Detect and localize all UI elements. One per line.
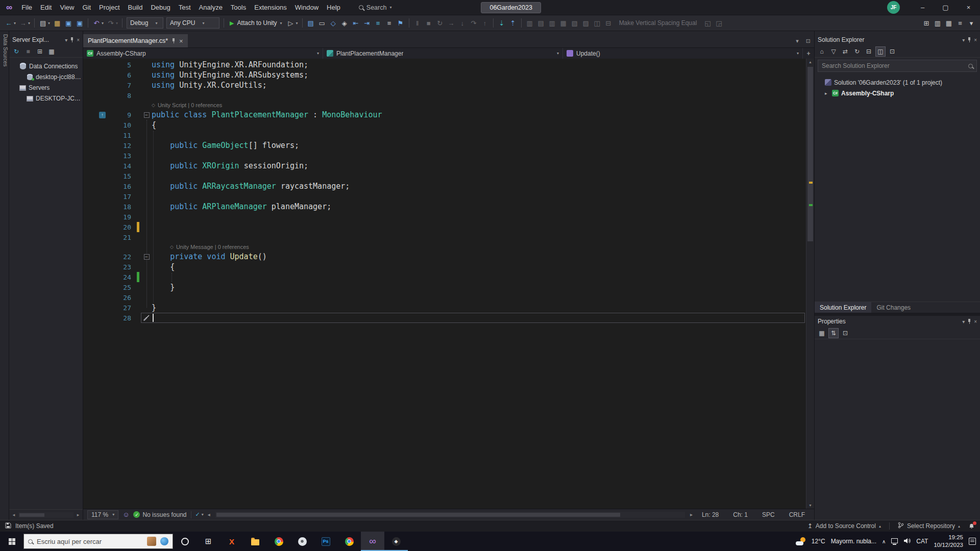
save-all-button[interactable]: ▣ [74, 17, 85, 29]
chrome-button[interactable] [267, 532, 290, 551]
toolbar-options-button[interactable]: ▾ [966, 17, 977, 29]
close-panel-button[interactable]: × [974, 37, 977, 43]
quick-search[interactable]: Search ▾ [359, 4, 392, 11]
line-indicator[interactable]: Ln: 28 [697, 511, 724, 518]
menu-debug[interactable]: Debug [146, 0, 174, 15]
breadcrumb-member[interactable]: Update() ▾ [563, 48, 803, 59]
code-text[interactable]: } [152, 282, 806, 292]
screwdriver-icon[interactable] [143, 314, 150, 321]
start-without-debugging-button[interactable]: ▷▾ [285, 17, 300, 29]
show-all-files-icon[interactable]: ◫ [875, 46, 886, 57]
network-icon[interactable] [891, 538, 898, 543]
tree-item-desktop-jccl880-gest[interactable]: desktop-jccl880.Gest... [9, 71, 83, 82]
code-text[interactable] [152, 292, 806, 303]
float-window-button[interactable]: ⊡ [802, 38, 814, 44]
close-button[interactable]: × [957, 0, 980, 15]
visual-studio-button[interactable]: ∞ [361, 532, 384, 551]
feedback-icon[interactable]: ☺ [122, 511, 129, 518]
scroll-right-button[interactable]: ▸ [75, 512, 82, 517]
script-marker-icon[interactable]: ↑ [99, 112, 106, 118]
column-indicator[interactable]: Ch: 1 [728, 511, 753, 518]
breadcrumb-type[interactable]: PlantPlacementManager ▾ [323, 48, 563, 59]
alphabetical-icon[interactable]: ⇅ [828, 328, 839, 338]
connect-to-server-icon[interactable]: ▦ [46, 46, 57, 57]
sync-with-active-document-icon[interactable]: ⇄ [840, 46, 850, 57]
select-repository-button[interactable]: Select Repository ▴ [898, 522, 960, 530]
codelens-text[interactable]: ◇Unity Script | 0 references [152, 101, 806, 110]
member-list-button[interactable]: ▤ [305, 17, 316, 29]
gear-circle-button[interactable] [290, 532, 314, 551]
menu-view[interactable]: View [56, 0, 78, 15]
app-x-button[interactable]: X [220, 532, 243, 551]
user-avatar[interactable]: JF [887, 1, 900, 14]
weather-icon[interactable] [796, 537, 806, 545]
scroll-up-button[interactable]: ▲ [806, 60, 814, 64]
scroll-left-button[interactable]: ◂ [10, 512, 17, 517]
code-text[interactable] [152, 222, 806, 232]
nav-back-button[interactable]: ←▾ [3, 17, 17, 29]
solution-configuration-combo[interactable]: Debug▾ [127, 17, 163, 29]
tree-item-desktop-jccl880[interactable]: DESKTOP-JCCL880 [9, 93, 83, 104]
code-text[interactable]: private void Update() [152, 252, 806, 262]
eol-indicator[interactable]: CRLF [784, 511, 810, 518]
scroll-thumb[interactable] [216, 513, 620, 517]
increase-indent-button[interactable]: ⇥ [361, 17, 373, 29]
document-list-dropdown[interactable]: ▾ [792, 38, 802, 44]
photoshop-button[interactable]: Ps [314, 532, 337, 551]
new-project-button[interactable]: ▤▾ [37, 17, 52, 29]
code-text[interactable] [152, 151, 806, 161]
tree-item-solution-06garden2023-1-of-1-p[interactable]: Solution '06Garden2023' (1 of 1 project) [815, 77, 980, 88]
solution-search-input[interactable]: Search Solution Explorer [818, 60, 977, 72]
scroll-down-button[interactable]: ▼ [806, 504, 814, 507]
attach-to-unity-button[interactable]: ▶Attach to Unity▾ [227, 17, 285, 29]
file-explorer-button[interactable] [243, 532, 267, 551]
fold-toggle-button[interactable]: − [144, 112, 150, 118]
minimize-button[interactable]: – [911, 0, 934, 15]
code-text[interactable]: using UnityEngine.XR.ARSubsystems; [152, 70, 806, 80]
menu-build[interactable]: Build [124, 0, 147, 15]
tree-item-servers[interactable]: Servers [9, 82, 83, 93]
code-text[interactable] [152, 90, 806, 101]
scroll-track[interactable] [18, 512, 74, 518]
code-text[interactable]: public class PlantPlacementManager : Mon… [152, 110, 806, 120]
code-text[interactable] [152, 232, 806, 242]
refresh-icon[interactable]: ↻ [852, 46, 862, 57]
uncomment-selection-button[interactable]: ≡ [384, 17, 395, 29]
pin-icon[interactable] [70, 37, 74, 43]
tree-item-assembly-csharp[interactable]: ▸Assembly-CSharp [815, 88, 980, 98]
save-button[interactable]: ▣ [63, 17, 74, 29]
comment-selection-button[interactable]: ≡ [373, 17, 384, 29]
categorized-icon[interactable]: ▦ [817, 328, 827, 338]
volume-icon[interactable] [903, 538, 911, 545]
code-text[interactable] [152, 313, 806, 323]
add-to-source-control-button[interactable]: ↥ Add to Source Control ▴ [807, 522, 881, 530]
pin-icon[interactable] [967, 37, 971, 43]
collapse-all-icon[interactable]: ⊟ [864, 46, 874, 57]
space-indicator[interactable]: SPC [757, 511, 780, 518]
health-indicator[interactable]: ✓ No issues found [133, 511, 186, 518]
property-pages-icon[interactable]: ⊡ [840, 328, 850, 338]
menu-project[interactable]: Project [95, 0, 124, 15]
code-text[interactable]: { [152, 262, 806, 272]
server-explorer-hscrollbar[interactable]: ◂ ▸ [9, 509, 83, 520]
expander-icon[interactable]: ▸ [825, 91, 829, 96]
close-panel-button[interactable]: × [77, 37, 80, 43]
code-text[interactable] [152, 130, 806, 140]
code-editor[interactable]: 5using UnityEngine.XR.ARFoundation;6usin… [83, 59, 814, 509]
open-file-button[interactable]: ▦ [52, 17, 63, 29]
menu-tools[interactable]: Tools [227, 0, 250, 15]
code-text[interactable] [152, 212, 806, 222]
menu-edit[interactable]: Edit [36, 0, 56, 15]
add-item-button[interactable]: ⊞ [921, 17, 932, 29]
fold-toggle-button[interactable]: − [144, 254, 150, 260]
task-list-button[interactable]: ≡ [954, 17, 966, 29]
toggle-bookmark-button[interactable]: ⚑ [395, 17, 406, 29]
breadcrumb-project[interactable]: Assembly-CSharp ▾ [83, 48, 323, 59]
unity-button[interactable]: ◆ [384, 532, 408, 551]
parameter-info-button[interactable]: ▭ [316, 17, 328, 29]
action-center-icon[interactable] [969, 538, 976, 545]
taskbar-search-input[interactable]: Escriu aquí per cercar [23, 534, 173, 549]
properties-icon[interactable]: ⊡ [887, 46, 897, 57]
navigate-down-button[interactable]: ⇣ [496, 17, 507, 29]
hscroll-right-button[interactable]: ▸ [690, 512, 693, 517]
